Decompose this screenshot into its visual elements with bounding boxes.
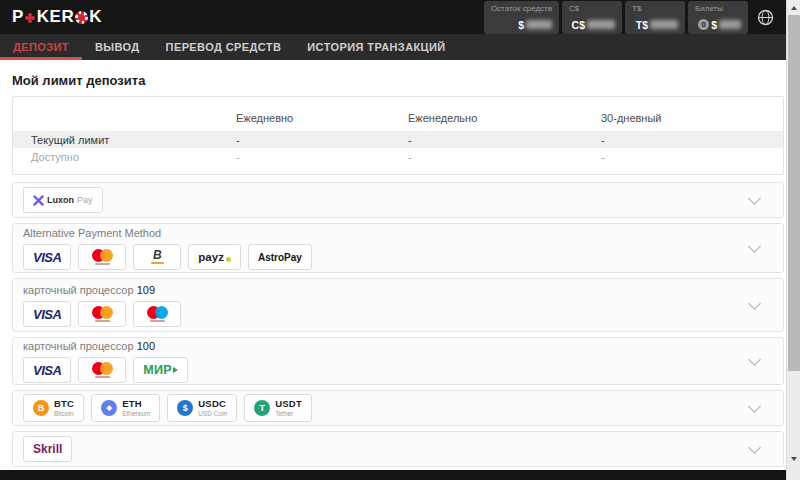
limits-row-label: Доступно	[13, 151, 236, 163]
currency-prefix: T$	[636, 19, 648, 31]
balance-box-balance: Остаток средств$	[484, 1, 559, 34]
payment-method-btc[interactable]: BBTCBitcoin	[23, 394, 84, 422]
redacted-amount	[650, 20, 678, 29]
logo-text: KER	[37, 7, 74, 27]
section-label: Alternative Payment Method	[23, 227, 773, 239]
method-tiles-row: VISAМИР	[23, 357, 773, 383]
payment-method-mastercard[interactable]	[78, 244, 126, 270]
mastercard-logo	[92, 362, 113, 378]
limits-column-header: 30-дневный	[601, 112, 783, 124]
luxon-x-icon	[33, 195, 44, 206]
usdt-coin-icon: T	[254, 400, 270, 416]
luxonpay-logo: LuxonPay	[33, 195, 93, 206]
currency-prefix: C$	[572, 19, 585, 31]
payment-method-mir[interactable]: МИР	[133, 357, 188, 383]
limits-value: -	[408, 151, 601, 163]
payment-section-card-processor-109[interactable]: карточный процессор 109VISA	[12, 278, 784, 332]
balance-label: Остаток средств	[491, 4, 552, 13]
scroll-up-button[interactable]	[787, 1, 800, 14]
mastercard-logo	[92, 249, 113, 265]
limits-row: Доступно---	[13, 148, 783, 165]
section-number: 100	[137, 340, 155, 352]
payment-section-crypto[interactable]: BBTCBitcoin◆ETHEthereum$USDCUSD CoinTUSD…	[12, 390, 784, 426]
crypto-usdt-logo: TUSDTTether	[254, 399, 302, 417]
payz-logo: payz	[198, 251, 231, 263]
poker-chip-icon	[75, 11, 88, 24]
method-tiles-row: LuxonPay	[23, 187, 773, 213]
section-number: 109	[137, 284, 155, 296]
payment-method-mastercard[interactable]	[78, 357, 126, 383]
payment-method-usdt[interactable]: TUSDTTether	[244, 394, 312, 422]
top-header: PKERK Остаток средств$C$C$T$T$Билеты0$	[0, 0, 786, 34]
scrollbar[interactable]	[786, 0, 800, 480]
limits-row-label: Текущий лимит	[13, 134, 236, 146]
tab-withdrawal[interactable]: ВЫВОД	[82, 34, 153, 60]
tab-deposit[interactable]: ДЕПОЗИТ	[13, 34, 82, 60]
balance-value: $	[518, 19, 552, 31]
pokerok-logo[interactable]: PKERK	[12, 7, 102, 27]
mastercard-logo	[92, 306, 113, 322]
mir-logo: МИР	[143, 363, 178, 377]
limits-value: -	[236, 134, 408, 146]
balance-value: 0$	[698, 19, 741, 31]
balance-label: C$	[569, 4, 579, 13]
currency-prefix: $	[518, 19, 524, 31]
maestro-logo	[147, 306, 168, 322]
payment-method-payz[interactable]: payz	[188, 244, 241, 270]
logo-text: P	[12, 7, 24, 27]
currency-prefix: $	[711, 19, 717, 31]
bottom-footer-bar	[0, 470, 786, 480]
balance-value: C$	[572, 19, 615, 31]
language-globe-icon[interactable]	[757, 9, 774, 26]
balance-box-tickets: Билеты0$	[688, 1, 748, 34]
section-label: карточный процессор 100	[23, 340, 773, 352]
payment-method-visa[interactable]: VISA	[23, 357, 71, 383]
payment-method-astropay[interactable]: AstroPay	[248, 244, 312, 270]
crypto-btc-logo: BBTCBitcoin	[33, 399, 74, 417]
up-arrow-icon	[791, 6, 797, 10]
redacted-amount	[526, 20, 552, 29]
balance-label: T$	[632, 4, 641, 13]
tickets-count-badge: 0	[698, 19, 709, 30]
scrollbar-thumb[interactable]	[788, 15, 800, 371]
red-clover-icon	[25, 12, 36, 23]
payment-method-sections: LuxonPayAlternative Payment MethodVISABp…	[12, 182, 784, 467]
payment-method-eth[interactable]: ◆ETHEthereum	[91, 394, 160, 422]
pokerok-cashier-window: PKERK Остаток средств$C$C$T$T$Билеты0$ Д…	[0, 0, 800, 480]
payment-method-maestro[interactable]	[133, 301, 181, 327]
payment-section-alternative[interactable]: Alternative Payment MethodVISABpayzAstro…	[12, 223, 784, 273]
payment-section-card-processor-100[interactable]: карточный процессор 100VISAМИР	[12, 337, 784, 385]
redacted-amount	[719, 20, 741, 29]
balance-box-t-dollars: T$T$	[625, 1, 685, 34]
payment-method-usdc[interactable]: $USDCUSD Coin	[167, 394, 237, 422]
payment-section-skrill[interactable]: Skrill	[12, 431, 784, 467]
payment-method-mastercard[interactable]	[78, 301, 126, 327]
usdc-coin-icon: $	[177, 400, 193, 416]
payment-method-visa[interactable]: VISA	[23, 244, 71, 270]
visa-logo: VISA	[33, 363, 61, 378]
skrill-logo: Skrill	[33, 442, 62, 456]
limits-value: -	[601, 134, 783, 146]
page-title: Мой лимит депозита	[12, 73, 786, 88]
scroll-down-button[interactable]	[787, 452, 800, 465]
redacted-amount	[587, 20, 615, 29]
cashier-content: Мой лимит депозита ЕжедневноЕженедельно3…	[0, 60, 786, 471]
balance-value: T$	[636, 19, 678, 31]
astropay-logo: AstroPay	[258, 252, 302, 263]
payment-method-skrill[interactable]: Skrill	[23, 436, 72, 462]
payment-method-luxonpay[interactable]: LuxonPay	[23, 187, 103, 213]
visa-logo: VISA	[33, 250, 61, 265]
limits-value: -	[408, 134, 601, 146]
payment-section-luxonpay[interactable]: LuxonPay	[12, 182, 784, 218]
payment-method-visa[interactable]: VISA	[23, 301, 71, 327]
cashier-tabs: ДЕПОЗИТВЫВОДПЕРЕВОД СРЕДСТВИСТОРИЯ ТРАНЗ…	[0, 34, 786, 60]
balance-bar: Остаток средств$C$C$T$T$Билеты0$	[484, 1, 748, 34]
payment-method-bbrand[interactable]: B	[133, 244, 181, 270]
tab-history[interactable]: ИСТОРИЯ ТРАНЗАКЦИЙ	[294, 34, 458, 60]
tab-transfer[interactable]: ПЕРЕВОД СРЕДСТВ	[153, 34, 295, 60]
limits-value: -	[601, 151, 783, 163]
balance-box-c-dollars: C$C$	[562, 1, 622, 34]
method-tiles-row: VISABpayzAstroPay	[23, 244, 773, 270]
limits-header-row: ЕжедневноЕженедельно30-дневный	[13, 105, 783, 131]
method-tiles-row: BBTCBitcoin◆ETHEthereum$USDCUSD CoinTUSD…	[23, 394, 773, 422]
